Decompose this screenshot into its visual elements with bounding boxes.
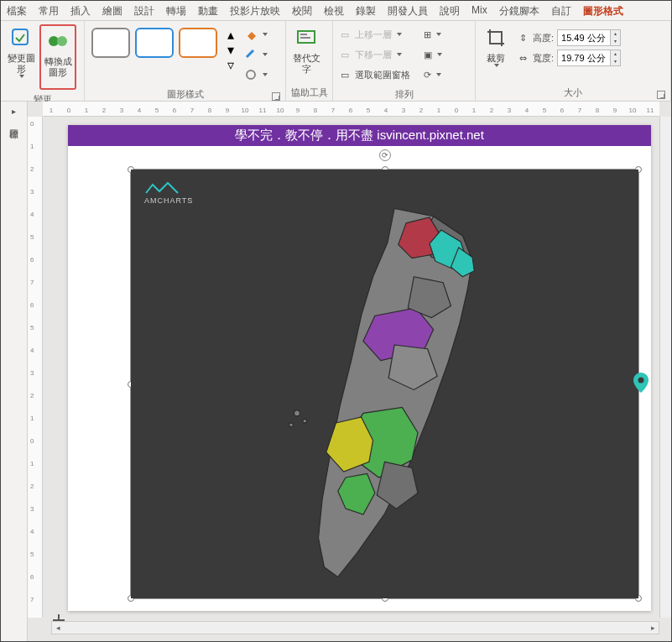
group-shape-style: ▴ ▾ ▿ 圖形樣式 (85, 21, 286, 101)
spin-up-icon[interactable]: ▴ (610, 50, 620, 58)
location-pin-icon (633, 373, 649, 396)
alt-text-icon (294, 26, 318, 50)
convert-label: 轉換成圖形 (43, 56, 73, 78)
style-preset-1[interactable] (91, 28, 130, 58)
chevron-down-icon (263, 53, 268, 56)
height-input[interactable]: ▴▾ (557, 29, 621, 46)
slide[interactable]: 學不完．教不停．用不盡 isvincent.pixnet.net ⟳ AMCHA… (68, 125, 651, 611)
selected-graphic[interactable]: ⟳ AMCHARTS (130, 169, 639, 599)
group-size-label: 大小 (479, 85, 667, 101)
outline-icon (244, 48, 258, 61)
alt-text-button[interactable]: 替代文字 (289, 23, 323, 85)
convert-to-shape-button[interactable]: 轉換成圖形 (41, 26, 75, 88)
ruler-horizontal: 1012345678910111098765432101234567891011 (43, 102, 659, 117)
group-accessibility: 替代文字 協助工具 (286, 21, 333, 101)
tab-animation[interactable]: 動畫 (192, 1, 224, 20)
svg-point-8 (303, 419, 307, 423)
tab-help[interactable]: 說明 (434, 1, 466, 20)
scrollbar-horizontal[interactable]: ◂ ▸ (51, 621, 659, 634)
editor-area: ▸ 圖標 10123456789101110987654321012345678… (1, 102, 671, 641)
alt-text-label: 替代文字 (291, 53, 321, 75)
group-button[interactable]: ▣ (424, 46, 440, 63)
width-icon: ⇔ (516, 51, 529, 65)
svg-rect-6 (300, 37, 310, 39)
scrollbar-vertical[interactable] (659, 117, 671, 618)
ribbon: 變更圖形 轉換成圖形 變更 ▴ ▾ (1, 21, 671, 102)
svg-map-graphic: AMCHARTS (131, 170, 638, 598)
send-backward-button[interactable]: ▭ 下移一層 (338, 46, 419, 63)
tab-developer[interactable]: 開發人員 (382, 1, 434, 20)
bring-forward-icon: ▭ (338, 28, 352, 41)
group-arrange: ▭ 上移一層 ▭ 下移一層 ▭ 選取範圍窗格 ⊞ ▣ ⟳ 排列 (333, 21, 476, 101)
thumbnail-panel-collapsed[interactable]: ▸ 圖標 (1, 102, 28, 641)
height-label: 高度: (533, 32, 554, 44)
tab-mix[interactable]: Mix (466, 1, 493, 20)
change-shape-label: 變更圖形 (6, 53, 36, 75)
align-icon: ⊞ (424, 28, 431, 41)
group-shape-style-label: 圖形樣式 (88, 86, 282, 102)
shape-fill-button[interactable] (244, 26, 268, 43)
shape-effects-button[interactable] (244, 66, 268, 83)
fill-icon (244, 28, 258, 41)
bring-forward-button[interactable]: ▭ 上移一層 (338, 26, 419, 43)
change-shape-button[interactable]: 變更圖形 (4, 23, 38, 85)
svg-point-10 (638, 377, 644, 383)
tab-record[interactable]: 錄製 (350, 1, 382, 20)
scroll-left-icon[interactable]: ◂ (52, 624, 64, 632)
taiwan-map (131, 170, 638, 598)
spin-up-icon[interactable]: ▴ (610, 30, 620, 38)
ribbon-tabs: 檔案 常用 插入 繪圖 設計 轉場 動畫 投影片放映 校閱 檢視 錄製 開發人員… (1, 1, 671, 21)
spin-down-icon[interactable]: ▾ (610, 58, 620, 65)
svg-rect-5 (300, 34, 307, 35)
tab-storyboard[interactable]: 分鏡腳本 (493, 1, 545, 20)
tab-draw[interactable]: 繪圖 (96, 1, 128, 20)
tab-transition[interactable]: 轉場 (160, 1, 192, 20)
width-input[interactable]: ▴▾ (557, 50, 621, 66)
dialog-launcher-icon[interactable] (657, 91, 665, 99)
scroll-right-icon[interactable]: ▸ (647, 624, 659, 632)
rotate-button[interactable]: ⟳ (424, 66, 440, 83)
group-a11y-label: 協助工具 (289, 85, 329, 101)
tab-design[interactable]: 設計 (128, 1, 160, 20)
chevron-down-icon (19, 75, 24, 78)
dialog-launcher-icon[interactable] (272, 92, 280, 101)
chevron-down-icon (263, 73, 268, 76)
gallery-up-icon[interactable]: ▴ (224, 28, 237, 41)
style-preset-2[interactable] (135, 28, 174, 58)
tab-slideshow[interactable]: 投影片放映 (224, 1, 286, 20)
rotate-handle[interactable]: ⟳ (379, 149, 391, 161)
height-icon: ⇕ (516, 31, 529, 44)
style-preset-3[interactable] (179, 28, 217, 58)
send-backward-icon: ▭ (338, 48, 352, 61)
svg-point-2 (57, 36, 67, 46)
chevron-down-icon (263, 33, 268, 36)
tab-file[interactable]: 檔案 (1, 1, 33, 20)
effects-icon (244, 68, 258, 81)
tab-review[interactable]: 校閱 (286, 1, 318, 20)
expand-icon[interactable]: ▸ (12, 107, 16, 116)
crop-button[interactable]: 裁剪 (479, 23, 513, 85)
shape-outline-button[interactable] (244, 46, 268, 63)
group-icon: ▣ (424, 48, 432, 61)
svg-point-3 (247, 70, 255, 79)
tab-view[interactable]: 檢視 (318, 1, 350, 20)
spin-down-icon[interactable]: ▾ (610, 38, 620, 45)
tab-custom[interactable]: 自訂 (545, 1, 577, 20)
tab-insert[interactable]: 插入 (65, 1, 96, 20)
gallery-down-icon[interactable]: ▾ (224, 43, 237, 56)
slide-banner: 學不完．教不停．用不盡 isvincent.pixnet.net (68, 125, 651, 146)
tab-graphics-format[interactable]: 圖形格式 (577, 1, 629, 20)
tab-home[interactable]: 常用 (33, 1, 65, 20)
gallery-more-icon[interactable]: ▿ (224, 58, 237, 71)
crop-icon (484, 26, 508, 50)
change-shape-icon (9, 26, 33, 50)
ruler-vertical: 0123456765432101234567 (28, 117, 43, 618)
crop-label: 裁剪 (487, 53, 505, 64)
align-button[interactable]: ⊞ (424, 26, 440, 43)
convert-icon (46, 29, 70, 53)
selection-pane-button[interactable]: ▭ 選取範圍窗格 (338, 66, 419, 83)
svg-point-9 (289, 423, 294, 427)
selection-pane-icon: ▭ (338, 68, 352, 81)
group-arrange-label: 排列 (336, 86, 471, 102)
svg-rect-0 (13, 29, 28, 44)
